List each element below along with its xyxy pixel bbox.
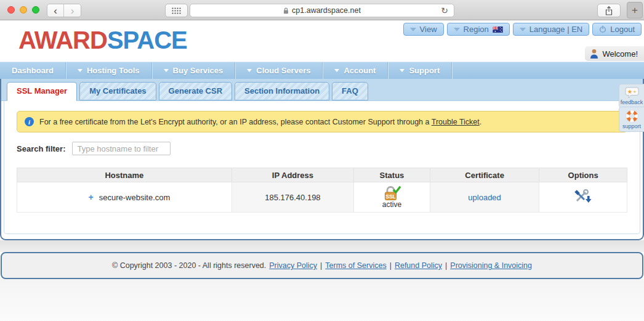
page-bottom: [0, 279, 644, 321]
provisioning-invoicing-link[interactable]: Provisioning & Invoicing: [450, 261, 532, 270]
col-certificate: Certificate: [430, 168, 539, 182]
share-icon: [605, 6, 613, 15]
site-header: AWARDSPACE View Region: [0, 20, 644, 62]
feedback-widget[interactable]: ★ ★ feedback: [619, 84, 644, 108]
support-widget[interactable]: support: [619, 107, 644, 132]
trouble-ticket-link[interactable]: Trouble Ticket: [432, 118, 480, 126]
logout-button[interactable]: Logout: [592, 23, 642, 36]
url-text: cp1.awardspace.net: [292, 6, 361, 15]
lock-icon: [283, 7, 289, 14]
chevron-down-icon: [78, 69, 83, 72]
chevron-down-icon: [454, 28, 460, 31]
search-input[interactable]: [72, 142, 171, 155]
search-filter-row: Search filter:: [17, 142, 627, 155]
footer: © Copyright 2003 - 2020 - All rights res…: [1, 252, 643, 279]
ssl-table: Hostname IP Address Status Certificate O…: [17, 168, 627, 213]
region-label: Region: [464, 25, 489, 34]
tab-overview-button[interactable]: [165, 4, 188, 17]
browser-chrome: ‹ › cp1.awardspace.net ↻ +: [0, 0, 644, 20]
chevron-down-icon: [400, 69, 405, 72]
nav-item-buy-services[interactable]: Buy Services: [152, 62, 236, 79]
certificate-cell: uploaded: [430, 182, 539, 213]
section-gap: [0, 240, 644, 252]
life-ring-icon: [626, 110, 638, 123]
tools-icon[interactable]: [574, 189, 592, 203]
uploaded-link[interactable]: uploaded: [468, 193, 501, 202]
info-banner: i For a free certificate from the Let's …: [17, 111, 627, 132]
info-banner-text: For a free certificate from the Let's En…: [39, 118, 481, 126]
tab-my-certificates[interactable]: My Certificates: [79, 82, 156, 100]
back-button[interactable]: ‹: [47, 4, 64, 17]
welcome-tab[interactable]: Welcome!: [585, 46, 644, 61]
ip-cell: 185.176.40.198: [231, 182, 353, 213]
hostname-cell: +secure-website.com: [17, 182, 232, 213]
nav-item-hosting-tools[interactable]: Hosting Tools: [66, 62, 152, 79]
table-header-row: Hostname IP Address Status Certificate O…: [17, 168, 627, 182]
ssl-active-icon: SSL: [382, 185, 401, 201]
new-tab-button[interactable]: +: [627, 2, 643, 18]
search-filter-label: Search filter:: [17, 144, 65, 153]
options-cell: [539, 182, 627, 213]
australia-flag-icon: [493, 26, 503, 33]
svg-text:SSL: SSL: [386, 193, 396, 200]
share-button[interactable]: [597, 4, 621, 17]
awardspace-logo: AWARDSPACE: [18, 28, 187, 52]
header-buttons: View Region Language | EN: [403, 23, 642, 36]
nav-item-cloud-servers[interactable]: Cloud Servers: [235, 62, 323, 79]
content-box: SSL Manager My Certificates Generate CSR…: [0, 79, 644, 240]
privacy-policy-link[interactable]: Privacy Policy: [269, 261, 317, 270]
svg-text:★: ★: [627, 88, 632, 95]
nav-item-dashboard[interactable]: Dashboard: [0, 62, 66, 79]
tab-faq[interactable]: FAQ: [332, 82, 368, 100]
copyright-text: © Copyright 2003 - 2020 - All rights res…: [112, 261, 266, 270]
minimize-window-button[interactable]: [20, 6, 27, 14]
reload-icon[interactable]: ↻: [441, 6, 448, 15]
welcome-label: Welcome!: [602, 49, 638, 59]
region-button[interactable]: Region: [447, 23, 510, 36]
avatar-icon: [590, 49, 598, 59]
chevron-down-icon: [334, 69, 339, 72]
nav-item-support[interactable]: Support: [388, 62, 452, 79]
close-window-button[interactable]: [7, 6, 15, 14]
col-ip-address: IP Address: [231, 168, 353, 182]
col-options: Options: [539, 168, 627, 182]
hostname-text: secure-website.com: [99, 193, 171, 202]
view-label: View: [420, 25, 437, 34]
table-row: +secure-website.com 185.176.40.198 SSL a…: [17, 182, 627, 213]
status-cell: SSL active: [354, 182, 430, 213]
view-button[interactable]: View: [403, 23, 444, 36]
forward-button[interactable]: ›: [64, 4, 81, 17]
expand-plus-icon[interactable]: +: [89, 192, 94, 202]
tab-content: i For a free certificate from the Let's …: [4, 101, 640, 234]
window-controls: [7, 6, 39, 14]
col-status: Status: [354, 168, 430, 182]
language-button[interactable]: Language | EN: [513, 23, 590, 36]
zoom-window-button[interactable]: [32, 6, 39, 14]
tab-strip: SSL Manager My Certificates Generate CSR…: [1, 79, 643, 101]
language-label: Language | EN: [529, 25, 583, 34]
status-text: active: [382, 201, 401, 209]
chevron-down-icon: [410, 28, 416, 31]
tab-section-information[interactable]: Section Information: [235, 82, 329, 100]
power-icon: [599, 25, 606, 33]
tab-generate-csr[interactable]: Generate CSR: [159, 82, 232, 100]
feedback-stars-icon: ★ ★: [625, 87, 639, 99]
chevron-down-icon: [164, 69, 169, 72]
chevron-down-icon: [247, 69, 252, 72]
main-nav: Dashboard Hosting Tools Buy Services Clo…: [0, 62, 644, 79]
tab-ssl-manager[interactable]: SSL Manager: [7, 82, 77, 101]
logout-label: Logout: [610, 25, 635, 34]
info-icon: i: [25, 117, 34, 126]
svg-text:★: ★: [633, 89, 637, 94]
logo-space: SPACE: [107, 26, 187, 54]
terms-of-services-link[interactable]: Terms of Services: [325, 261, 386, 270]
nav-item-account[interactable]: Account: [323, 62, 388, 79]
col-hostname: Hostname: [17, 168, 232, 182]
grid-icon: [172, 7, 181, 14]
address-bar[interactable]: cp1.awardspace.net ↻: [190, 4, 454, 17]
logo-award: AWARD: [18, 26, 107, 54]
chevron-down-icon: [520, 28, 526, 31]
refund-policy-link[interactable]: Refund Policy: [395, 261, 442, 270]
support-label: support: [622, 123, 641, 129]
feedback-label: feedback: [621, 99, 643, 105]
